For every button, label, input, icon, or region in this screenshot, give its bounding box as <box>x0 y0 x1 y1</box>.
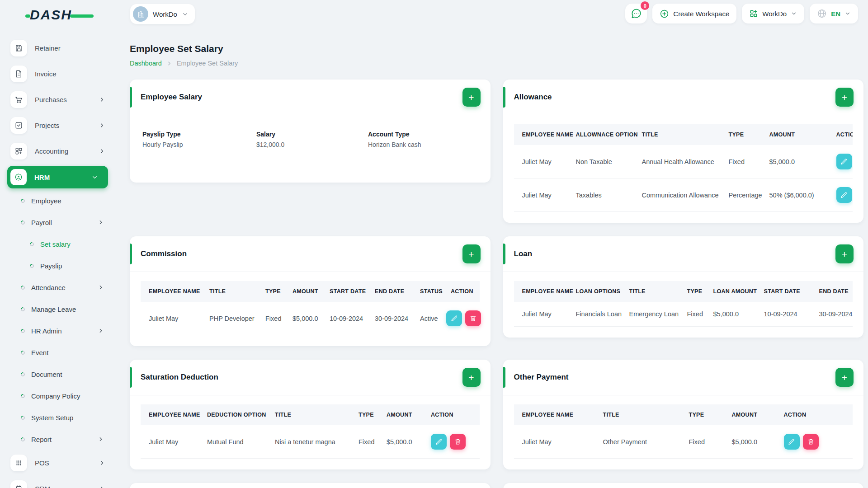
column-header: AMOUNT <box>764 124 831 145</box>
add-allowance-button[interactable]: + <box>835 88 854 107</box>
edit-button[interactable] <box>446 310 462 326</box>
cart-icon <box>10 91 27 108</box>
field-value: $12,000.0 <box>256 141 368 148</box>
column-header: TYPE <box>260 281 287 302</box>
cell-end-date: 30-09-2024 <box>814 302 853 327</box>
logo-text: DASH <box>30 7 72 23</box>
sidebar-item-label: Retainer <box>35 44 61 52</box>
app-logo: DASH <box>30 7 90 23</box>
column-header: LOAN AMOUNT <box>708 281 759 302</box>
sidebar-subitem-payslip[interactable]: Payslip <box>0 255 119 277</box>
delete-button[interactable] <box>450 434 466 450</box>
sidebar-subitem-label: System Setup <box>31 414 73 422</box>
building-icon <box>137 10 145 19</box>
edit-button[interactable] <box>431 434 447 450</box>
chevron-right-icon <box>98 436 104 442</box>
sidebar-subitem-document[interactable]: Document <box>0 363 119 385</box>
add-other-payment-button[interactable]: + <box>835 368 854 387</box>
cell-end-date: 30-09-2024 <box>369 302 415 335</box>
bullet-icon <box>20 371 26 377</box>
bullet-icon <box>29 241 35 247</box>
add-loan-button[interactable]: + <box>835 244 854 263</box>
sidebar-subitem-company-policy[interactable]: Company Policy <box>0 385 119 407</box>
sidebar-subitem-label: Payroll <box>31 219 52 226</box>
sidebar-item-hrm[interactable]: HRM <box>7 166 108 188</box>
add-employee-salary-button[interactable]: + <box>462 88 481 107</box>
sidebar-subitem-label: Company Policy <box>31 392 80 400</box>
sidebar: Retainer Invoice Purchases Projects <box>0 26 119 488</box>
cell-type: Fixed <box>260 302 287 335</box>
column-header: START DATE <box>324 281 369 302</box>
sidebar-subitem-label: Document <box>31 371 62 378</box>
cell-employee-name: Juliet May <box>514 178 571 212</box>
employee-salary-fields: Payslip Type Hourly Payslip Salary $12,0… <box>130 115 491 183</box>
cell-allowance-option: Non Taxable <box>571 145 637 178</box>
sidebar-item-label: Accounting <box>35 147 68 155</box>
column-header: END DATE <box>369 281 415 302</box>
add-saturation-deduction-button[interactable]: + <box>462 368 481 387</box>
sidebar-subitem-set-salary[interactable]: Set salary <box>0 233 119 255</box>
invoice-icon <box>10 66 27 82</box>
sidebar-item-purchases[interactable]: Purchases <box>0 87 119 113</box>
sidebar-subitem-event[interactable]: Event <box>0 342 119 363</box>
cell-type: Fixed <box>684 425 726 459</box>
chevron-right-icon <box>98 219 104 225</box>
sidebar-subitem-manage-leave[interactable]: Manage Leave <box>0 298 119 320</box>
sidebar-subitem-system-setup[interactable]: System Setup <box>0 407 119 428</box>
delete-button[interactable] <box>803 434 819 450</box>
edit-button[interactable] <box>836 154 852 169</box>
chevron-right-icon <box>166 61 172 66</box>
workspace-menu-button[interactable]: WorkDo <box>742 4 804 23</box>
sidebar-item-projects[interactable]: Projects <box>0 113 119 138</box>
sidebar-subitem-attendance[interactable]: Attendance <box>0 277 119 298</box>
delete-button[interactable] <box>465 310 481 326</box>
logo-dash-accent <box>25 14 30 18</box>
cell-status: Active <box>415 302 445 335</box>
chevron-right-icon <box>99 148 105 155</box>
overtime-card: Overtime + <box>130 483 491 488</box>
messages-button[interactable]: 0 <box>625 4 647 23</box>
breadcrumb-dashboard-link[interactable]: Dashboard <box>130 60 162 67</box>
sidebar-item-invoice[interactable]: Invoice <box>0 61 119 87</box>
sidebar-item-crm[interactable]: CRM <box>0 476 119 488</box>
language-selector[interactable]: EN <box>810 4 858 23</box>
column-header: TITLE <box>624 281 682 302</box>
card-accent <box>503 244 505 264</box>
plus-circle-icon <box>660 9 669 19</box>
cell-type: Fixed <box>723 145 764 178</box>
cell-amount: $5,000.0 <box>726 425 778 459</box>
sidebar-item-label: HRM <box>34 174 50 181</box>
chat-icon <box>630 8 642 19</box>
cell-title: PHP Developer <box>204 302 260 335</box>
sidebar-item-pos[interactable]: POS <box>0 450 119 476</box>
bullet-icon <box>29 263 35 269</box>
column-header: ACTION <box>425 404 480 425</box>
edit-button[interactable] <box>836 187 852 203</box>
sidebar-item-accounting[interactable]: Accounting <box>0 138 119 164</box>
card-accent <box>130 244 132 264</box>
workspace-selector[interactable]: WorkDo <box>130 4 195 24</box>
loan-card: Loan + EMPLOYEE NAME LOAN OPTIONS TITLE … <box>503 236 864 338</box>
create-workspace-button[interactable]: Create Workspace <box>652 4 736 23</box>
pencil-icon <box>435 438 443 446</box>
sidebar-item-label: Purchases <box>35 96 67 103</box>
bullet-icon <box>20 328 26 334</box>
sidebar-subitem-report[interactable]: Report <box>0 428 119 450</box>
cell-loan-option: Financials Loan <box>571 302 624 327</box>
sidebar-item-retainer[interactable]: Retainer <box>0 35 119 61</box>
sidebar-subitem-payroll[interactable]: Payroll <box>0 211 119 233</box>
column-header: TITLE <box>269 404 353 425</box>
cell-title: Other Payment <box>598 425 684 459</box>
page-title: Employee Set Salary <box>130 43 863 54</box>
chevron-down-icon <box>844 10 851 17</box>
sidebar-subitem-hr-admin[interactable]: HR Admin <box>0 320 119 342</box>
table-row: Juliet May Taxables Communication Allowa… <box>514 178 853 212</box>
add-commission-button[interactable]: + <box>462 244 481 263</box>
sidebar-subitem-employee[interactable]: Employee <box>0 190 119 211</box>
table-row: Juliet May Other Payment Fixed $5,000.0 <box>514 425 853 459</box>
column-header: TYPE <box>684 404 726 425</box>
table-header-row: EMPLOYEE NAME DEDUCTION OPTION TITLE TYP… <box>141 404 480 425</box>
edit-button[interactable] <box>784 434 800 450</box>
column-header: END DATE <box>814 281 853 302</box>
column-header: TYPE <box>682 281 708 302</box>
